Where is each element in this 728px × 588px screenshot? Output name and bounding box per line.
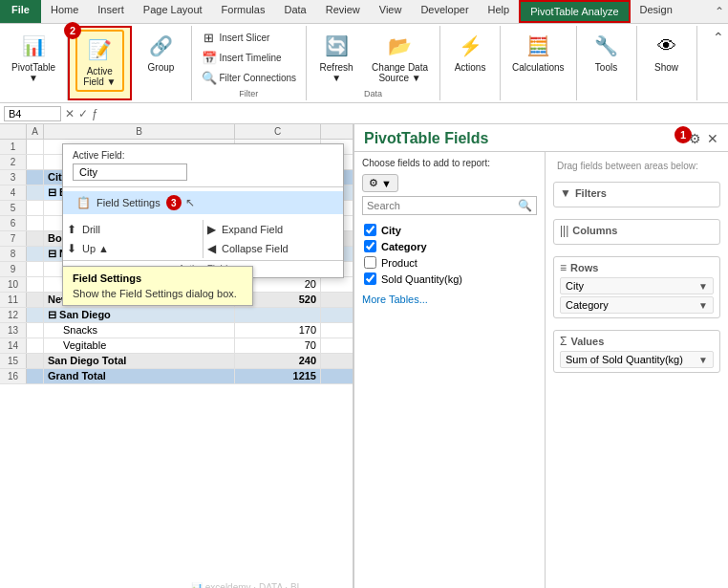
cell-170-sd[interactable]: 170: [235, 323, 321, 338]
cell-sd-total[interactable]: San Diego Total: [44, 354, 235, 368]
formula-bar: ✕ ✓ ƒ: [0, 103, 728, 124]
field-item-product[interactable]: Product: [362, 255, 537, 270]
show-button[interactable]: 👁 Show: [643, 28, 691, 76]
more-tables-link[interactable]: More Tables...: [362, 294, 537, 305]
tab-home[interactable]: Home: [41, 0, 88, 23]
field-item-city[interactable]: City: [362, 223, 537, 237]
cell[interactable]: [27, 262, 44, 276]
collapse-field-item[interactable]: ◀ Collapse Field: [203, 239, 343, 258]
table-row: 13 Snacks 170: [0, 323, 353, 338]
rows-area-icon: ≡: [560, 261, 567, 274]
tab-review[interactable]: Review: [316, 0, 370, 23]
ribbon-body: 📊 PivotTable▼ 2 📝 ActiveField ▼ 🔗 Group: [0, 24, 728, 102]
expand-field-item[interactable]: ▶ Expand Field: [203, 220, 343, 239]
col-header-b: B: [44, 124, 235, 139]
pivot-search-input[interactable]: [367, 200, 518, 211]
cell[interactable]: [27, 277, 44, 292]
ribbon-group-data: 🔄 Refresh▼ 📂 Change DataSource ▼ Data: [307, 26, 440, 100]
tab-page-layout[interactable]: Page Layout: [134, 0, 212, 23]
ribbon: File Home Insert Page Layout Formulas Da…: [0, 0, 728, 103]
formula-input[interactable]: [104, 108, 724, 120]
column-headers: A B C: [0, 124, 353, 140]
pivot-gear-button[interactable]: ⚙ ▼: [362, 174, 398, 192]
cell[interactable]: [27, 140, 44, 154]
tools-button[interactable]: 🔧 Tools: [583, 28, 631, 76]
expand-ribbon-icon[interactable]: ⌃: [715, 5, 724, 18]
pivot-rows-category[interactable]: Category ▼: [560, 296, 714, 314]
field-settings-item[interactable]: 📋 Field Settings 3 ↖: [63, 191, 343, 214]
pivot-values-soldqty[interactable]: Sum of Sold Quantity(kg) ▼: [560, 351, 714, 368]
cell[interactable]: [27, 308, 44, 322]
cell[interactable]: [27, 155, 44, 169]
cell[interactable]: [27, 293, 44, 307]
pivottable-button[interactable]: 📊 PivotTable▼: [6, 28, 61, 86]
field-checkbox-soldqty[interactable]: [364, 272, 376, 285]
cell[interactable]: [27, 216, 44, 230]
group-button[interactable]: 🔗 Group: [138, 28, 185, 76]
field-checkbox-city[interactable]: [364, 224, 376, 236]
change-data-source-button[interactable]: 📂 Change DataSource ▼: [366, 28, 434, 86]
gear-dropdown-arrow: ▼: [381, 178, 392, 189]
tab-developer[interactable]: Developer: [411, 0, 478, 23]
cell[interactable]: [27, 338, 44, 353]
cell-70[interactable]: 70: [235, 338, 321, 353]
calculations-button[interactable]: 🧮 Calculations: [506, 28, 569, 76]
filter-connections-button[interactable]: 🔍 Filter Connections: [198, 68, 301, 87]
active-field-button[interactable]: 📝 ActiveField ▼: [75, 30, 123, 92]
field-item-category[interactable]: Category: [362, 239, 537, 253]
tab-pivottable-analyze[interactable]: PivotTable Analyze: [519, 0, 630, 23]
filter-connections-icon: 🔍: [202, 70, 217, 85]
drill-up-item[interactable]: ⬆ Drill: [63, 220, 203, 239]
active-field-input[interactable]: City: [73, 163, 187, 181]
cell-grand-total[interactable]: Grand Total: [44, 369, 235, 383]
field-checkbox-product[interactable]: [364, 256, 376, 269]
rows-area-title: Rows: [570, 262, 598, 273]
drill-down-item[interactable]: ⬇ Up ▲: [63, 239, 203, 258]
cell[interactable]: [235, 308, 321, 322]
tab-data[interactable]: Data: [274, 0, 315, 23]
field-label-city: City: [381, 225, 401, 236]
pivot-values-soldqty-arrow[interactable]: ▼: [698, 355, 708, 365]
tab-file[interactable]: File: [0, 0, 41, 23]
tab-help[interactable]: Help: [479, 0, 520, 23]
tab-design[interactable]: Design: [631, 0, 682, 23]
table-row: 14 Vegitable 70: [0, 338, 353, 354]
ribbon-collapse[interactable]: ⌃: [709, 26, 728, 100]
tools-label: Tools: [595, 62, 617, 73]
cancel-formula-icon[interactable]: ✕: [65, 107, 75, 120]
field-item-soldqty[interactable]: Sold Quantity(kg): [362, 272, 537, 286]
tab-formulas[interactable]: Formulas: [212, 0, 275, 23]
ribbon-group-actions: ⚡ Actions: [440, 26, 501, 100]
active-field-icon: 📝: [84, 34, 115, 65]
cell-1215[interactable]: 1215: [235, 369, 321, 383]
actions-button[interactable]: ⚡ Actions: [446, 28, 494, 76]
pivot-area-columns: ||| Columns: [553, 219, 720, 245]
pivot-close-icon[interactable]: ✕: [707, 131, 718, 146]
tab-view[interactable]: View: [370, 0, 412, 23]
field-checkbox-category[interactable]: [364, 240, 376, 252]
tab-insert[interactable]: Insert: [88, 0, 134, 23]
confirm-formula-icon[interactable]: ✓: [78, 107, 88, 120]
cell[interactable]: [27, 247, 44, 261]
cell-vegitable-sd[interactable]: Vegitable: [44, 338, 235, 353]
pivot-rows-city-arrow[interactable]: ▼: [698, 281, 708, 292]
insert-slicer-button[interactable]: ⊞ Insert Slicer: [198, 28, 301, 47]
refresh-button[interactable]: 🔄 Refresh▼: [312, 28, 360, 86]
cell[interactable]: [27, 323, 44, 338]
pivot-rows-category-arrow[interactable]: ▼: [698, 300, 708, 311]
cell[interactable]: [27, 170, 44, 185]
field-label-category: Category: [381, 241, 427, 252]
cell[interactable]: [27, 185, 44, 200]
filter-connections-label: Filter Connections: [220, 73, 297, 83]
cell-sandiego[interactable]: ⊟ San Diego: [44, 308, 235, 322]
cell-240[interactable]: 240: [235, 354, 321, 368]
cell[interactable]: [27, 369, 44, 383]
pivot-rows-city[interactable]: City ▼: [560, 277, 714, 294]
cell[interactable]: [27, 231, 44, 246]
cell-reference-input[interactable]: [4, 106, 61, 121]
cell[interactable]: [27, 201, 44, 215]
cell[interactable]: [27, 354, 44, 368]
insert-timeline-button[interactable]: 📅 Insert Timeline: [198, 48, 301, 67]
insert-function-icon[interactable]: ƒ: [92, 107, 98, 120]
cell-snacks-sd[interactable]: Snacks: [44, 323, 235, 338]
